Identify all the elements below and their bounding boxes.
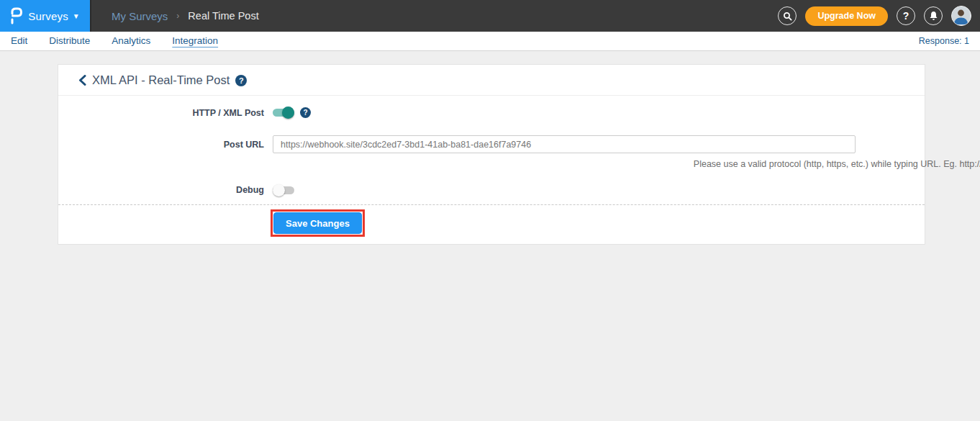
topbar-actions: Upgrade Now ? [778, 6, 980, 26]
url-hint-text: Please use a valid protocol (http, https… [273, 159, 980, 169]
http-xml-post-help-icon[interactable]: ? [300, 107, 311, 118]
breadcrumb-separator-icon: › [176, 11, 179, 21]
save-changes-button[interactable]: Save Changes [273, 212, 362, 234]
post-url-row: Post URL [58, 135, 925, 153]
http-xml-post-toggle[interactable] [273, 108, 294, 117]
url-hint-row: Please use a valid protocol (http, https… [58, 153, 925, 169]
title-help-icon[interactable]: ? [235, 75, 247, 86]
app-logo-menu[interactable]: Surveys ▼ [0, 0, 91, 32]
card-title-row: XML API - Real-Time Post ? [58, 65, 925, 96]
http-xml-post-label: HTTP / XML Post [58, 108, 264, 118]
tab-integration[interactable]: Integration [172, 35, 218, 47]
post-url-label: Post URL [58, 140, 264, 150]
toggle-knob [282, 107, 294, 119]
integration-form: HTTP / XML Post ? Post URL [58, 96, 925, 244]
chevron-down-icon: ▼ [73, 12, 80, 20]
help-button[interactable]: ? [897, 6, 915, 25]
logo-label: Surveys [28, 10, 68, 22]
question-mark-icon: ? [903, 10, 909, 22]
debug-label: Debug [58, 185, 264, 195]
breadcrumb: My Surveys › Real Time Post [112, 10, 259, 22]
annotation-highlight-box: Save Changes [271, 209, 365, 237]
breadcrumb-current-survey: Real Time Post [188, 10, 258, 22]
post-url-input[interactable] [273, 135, 856, 153]
back-button[interactable] [78, 75, 86, 86]
main-content: XML API - Real-Time Post ? HTTP / XML Po… [0, 64, 980, 245]
avatar-image [952, 6, 970, 24]
search-button[interactable] [778, 6, 797, 25]
search-icon [783, 12, 792, 21]
page-title: XML API - Real-Time Post [92, 73, 230, 87]
upgrade-now-button[interactable]: Upgrade Now [805, 6, 888, 26]
debug-toggle[interactable] [273, 186, 294, 195]
tab-analytics[interactable]: Analytics [112, 35, 150, 47]
xml-api-card: XML API - Real-Time Post ? HTTP / XML Po… [58, 64, 925, 245]
http-xml-post-row: HTTP / XML Post ? [58, 107, 925, 118]
toggle-knob [273, 184, 285, 196]
breadcrumb-my-surveys[interactable]: My Surveys [112, 10, 168, 22]
notifications-button[interactable] [924, 6, 943, 25]
debug-row: Debug [58, 185, 925, 195]
card-footer: Save Changes [58, 205, 925, 244]
chevron-left-icon [78, 75, 86, 86]
tab-edit[interactable]: Edit [11, 35, 27, 47]
tab-distribute[interactable]: Distribute [49, 35, 90, 47]
questionpro-logo-icon [10, 7, 22, 24]
response-count: Response: 1 [919, 36, 969, 46]
top-header: Surveys ▼ My Surveys › Real Time Post Up… [0, 0, 980, 32]
bell-icon [929, 11, 938, 21]
survey-subnav: Edit Distribute Analytics Integration Re… [0, 32, 980, 51]
user-avatar[interactable] [951, 6, 971, 26]
